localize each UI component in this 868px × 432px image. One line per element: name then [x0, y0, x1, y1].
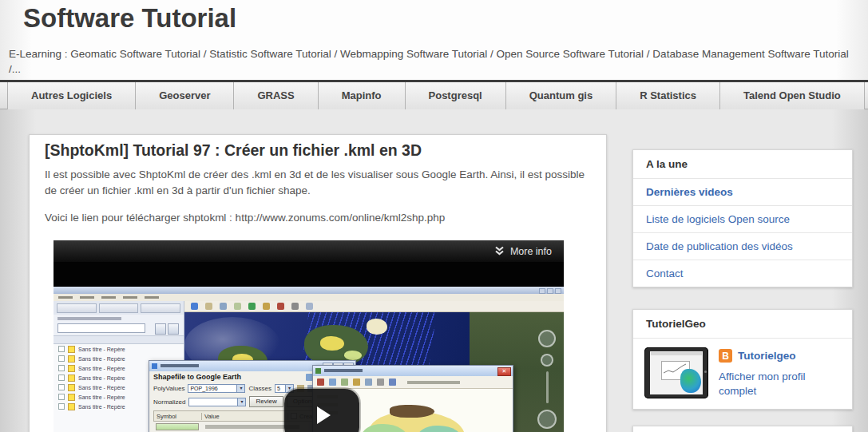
toolbar-icon: [248, 303, 256, 310]
polyvalues-label: PolyValues: [153, 385, 184, 392]
classes-label: Classes: [248, 385, 271, 392]
page: Software Tutorial E-Learning : Geomatic …: [0, 0, 868, 432]
placemark-icon: [68, 384, 75, 391]
map-icon: [315, 368, 321, 374]
ge-navigation-controls: [537, 330, 557, 426]
toolbar-icon: [220, 303, 227, 310]
toolbar-icon: [191, 303, 198, 310]
choropleth-region: [390, 405, 434, 418]
profile-name-link[interactable]: Tutorielgeo: [738, 350, 796, 362]
video-top-bar: More info: [54, 240, 564, 262]
toolbar-icon: [263, 303, 270, 310]
nav-tab-geoserver[interactable]: Geoserver: [136, 82, 234, 109]
nav-tab-grass[interactable]: GRASS: [234, 82, 318, 109]
review-button[interactable]: Review: [249, 396, 283, 407]
article-panel: [ShptoKml] Tutorial 97 : Créer un fichie…: [29, 134, 607, 432]
more-info-button[interactable]: More info: [494, 246, 552, 257]
ge-toolbar: [184, 301, 564, 312]
view-full-profile-link[interactable]: Afficher mon profil complet: [719, 370, 838, 398]
move-joystick-icon: [541, 354, 553, 367]
zoom-slider: [546, 371, 549, 403]
camera-dot-icon: [704, 371, 707, 373]
close-icon[interactable]: ✕: [497, 367, 511, 376]
sidebar-link-dernieres-videos[interactable]: Dernières videos: [633, 179, 852, 206]
site-header: Software Tutorial E-Learning : Geomatic …: [0, 0, 868, 80]
toolbar-icon: [306, 303, 313, 310]
double-chevron-down-icon: [494, 246, 505, 256]
play-icon: [317, 406, 331, 424]
dialog-heading: Shapefile to Google Earth: [153, 373, 241, 381]
featured-box: A la une Dernières videos Liste de logic…: [632, 149, 853, 287]
video-player[interactable]: More info: [54, 240, 564, 432]
placemark-icon: [68, 375, 75, 382]
normalized-select[interactable]: ▾: [188, 398, 246, 406]
profile-header: TutorielGeo: [633, 310, 852, 339]
lat-lon-readout: [407, 381, 460, 384]
article-download-link-text: Voici le lien pour télécharger shptokml …: [45, 210, 597, 226]
preview-titlebar: ✕: [313, 366, 513, 376]
ge-search-button: [155, 323, 166, 335]
ge-magnifier-icon: [168, 323, 179, 335]
next-sidebar-box: [632, 426, 853, 432]
app-icon: [152, 363, 157, 369]
ge-search-input: [57, 323, 145, 333]
featured-header: A la une: [633, 150, 852, 179]
nav-tab-talend-open-studio[interactable]: Talend Open Studio: [720, 82, 865, 109]
video-letterbox: [54, 262, 564, 287]
toolbar-icon: [277, 303, 284, 310]
nav-tab-quantum-gis[interactable]: Quantum gis: [506, 82, 616, 109]
nav-tab-autres-logiciels[interactable]: Autres Logiciels: [7, 82, 136, 109]
toolbar-icon: [291, 303, 299, 310]
sidebar-link-liste-logiciels[interactable]: Liste de logiciels Open source: [633, 206, 852, 233]
symbol-column-header: Symbol: [154, 413, 202, 420]
more-info-label: More info: [510, 246, 552, 257]
toolbar-icon: [234, 303, 241, 310]
choropleth-patch: [367, 319, 387, 335]
ge-window-controls: [539, 288, 561, 294]
site-title: Software Tutorial: [23, 3, 236, 34]
ge-menu-bar: [54, 294, 564, 301]
nav-tab-r-statistics[interactable]: R Statistics: [616, 82, 720, 109]
choropleth-patch: [320, 336, 344, 351]
normalized-label: Normalized: [153, 398, 185, 406]
polyvalues-select[interactable]: POP_1996▾: [188, 384, 245, 393]
nav-tab-postgresql[interactable]: Postgresql: [406, 82, 506, 109]
placemark-icon: [68, 403, 75, 410]
blogger-icon: B: [719, 349, 732, 363]
preview-toolbar: [313, 376, 513, 389]
avatar-tablet-screen: [650, 351, 703, 394]
placemark-icon: [68, 394, 75, 401]
placemark-icon: [68, 365, 75, 372]
profile-box: TutorielGeo B Tutorielgeo: [632, 309, 853, 410]
ge-window-titlebar: [54, 287, 564, 294]
ge-search-panel: [54, 315, 184, 336]
site-subtitle: E-Learning : Geomatic Software Tutorial …: [9, 46, 858, 77]
play-button[interactable]: [284, 389, 359, 432]
choropleth-patch: [344, 351, 362, 360]
nav-tab-mapinfo[interactable]: Mapinfo: [319, 82, 406, 109]
placemark-icon: [68, 355, 75, 363]
compass-icon: [537, 410, 557, 429]
heatmap-thumbnail: [680, 369, 701, 393]
main-nav: Autres Logiciels Geoserver GRASS Mapinfo…: [0, 82, 868, 109]
sidebar-link-date-publication[interactable]: Date de publication des vidéos: [633, 233, 852, 260]
ge-place-item: Sans titre - Repère: [54, 344, 184, 354]
placemark-icon: [68, 346, 75, 353]
article-title: [ShptoKml] Tutorial 97 : Créer un fichie…: [45, 141, 422, 160]
toolbar-icon: [205, 303, 212, 310]
sidebar-link-contact[interactable]: Contact: [633, 260, 852, 287]
ge-sidebar-tabs: [54, 301, 184, 315]
profile-avatar[interactable]: [644, 347, 708, 398]
value-column-header: Value: [202, 413, 288, 420]
article-paragraph: Il est possible avec ShptoKml de créer d…: [45, 167, 597, 199]
look-joystick-icon: [538, 330, 556, 347]
